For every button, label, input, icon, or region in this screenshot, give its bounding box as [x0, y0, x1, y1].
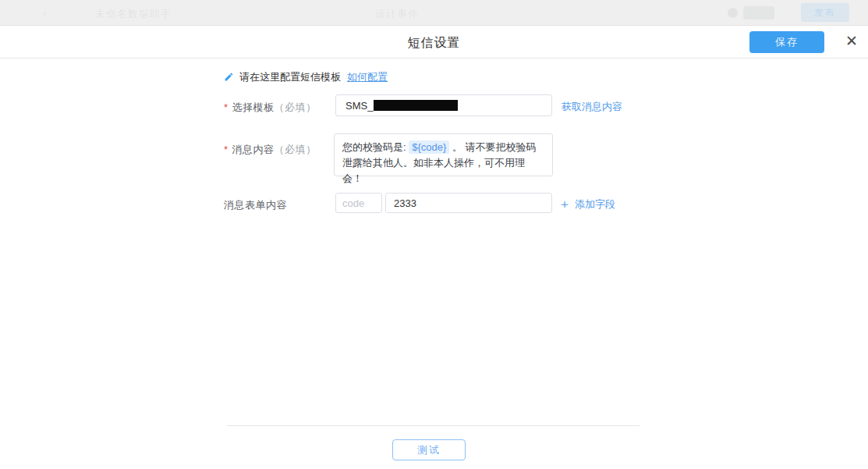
template-label-text: 选择模板	[232, 101, 275, 113]
test-button[interactable]: 测试	[392, 439, 466, 460]
message-text-before: 您的校验码是:	[342, 141, 406, 153]
message-content-textarea[interactable]: 您的校验码是: ${code} 。 请不要把校验码泄露给其他人。如非本人操作，可…	[334, 133, 553, 176]
redacted-value	[374, 100, 458, 111]
back-icon[interactable]: ‹	[43, 7, 46, 19]
modal-header: 短信设置 保存 ✕	[0, 26, 868, 59]
hint-text: 请在这里配置短信模板	[239, 71, 341, 83]
page-title: 短信设置	[0, 35, 868, 52]
app-topbar: ‹ 未命名数据助手 设计事件 发布	[0, 0, 868, 26]
template-input[interactable]: SMS_	[335, 94, 552, 116]
pencil-icon	[224, 72, 234, 82]
form-fields-label-text: 消息表单内容	[224, 199, 287, 211]
topbar-avatar-icon	[728, 8, 738, 18]
message-content-label-suffix: （必填）	[275, 144, 317, 155]
field-key-input[interactable]	[335, 193, 382, 213]
required-mark: *	[224, 144, 229, 155]
field-value-input[interactable]	[385, 193, 552, 213]
plus-icon: ＋	[558, 197, 571, 211]
how-to-configure-link[interactable]: 如何配置	[347, 71, 388, 83]
close-icon[interactable]: ✕	[842, 30, 861, 52]
topbar-center-tab: 设计事件	[375, 7, 419, 21]
footer-divider	[226, 425, 639, 426]
add-field-label: 添加字段	[575, 198, 615, 210]
message-content-label: *消息内容（必填）	[224, 143, 317, 157]
code-token-chip: ${code}	[409, 140, 449, 154]
template-value-prefix: SMS_	[345, 100, 373, 112]
config-hint: 请在这里配置短信模板如何配置	[224, 70, 388, 84]
required-mark: *	[224, 101, 229, 113]
message-content-label-text: 消息内容	[232, 144, 275, 155]
topbar-action-pill	[743, 6, 774, 20]
sms-settings-modal: ‹ 未命名数据助手 设计事件 发布 短信设置 保存 ✕ 请在这里配置短信模板如何…	[0, 0, 868, 469]
get-message-content-link[interactable]: 获取消息内容	[562, 100, 622, 114]
form-fields-label: 消息表单内容	[224, 198, 287, 212]
add-field-link[interactable]: ＋添加字段	[558, 197, 615, 213]
publish-button[interactable]: 发布	[801, 3, 849, 22]
template-label: *选择模板（必填）	[224, 101, 317, 115]
app-title: 未命名数据助手	[95, 7, 172, 21]
save-button[interactable]: 保存	[749, 31, 824, 53]
template-label-suffix: （必填）	[275, 101, 317, 113]
